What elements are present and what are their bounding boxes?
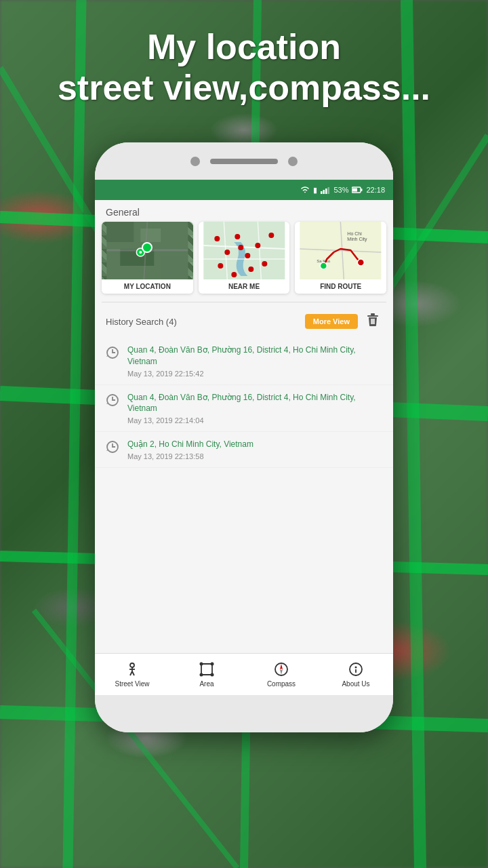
history-time-2: May 13, 2019 22:14:04: [127, 416, 382, 425]
svg-point-65: [211, 662, 214, 665]
history-clock-icon-3: [106, 440, 119, 457]
history-header: History Search (4) More View: [95, 302, 393, 338]
svg-rect-18: [106, 222, 134, 242]
svg-text:Minh City: Minh City: [348, 237, 368, 242]
svg-point-33: [235, 234, 240, 239]
nav-about-us-label: About Us: [342, 680, 369, 688]
near-me-map: [199, 222, 290, 279]
general-label: General: [95, 200, 393, 222]
bottom-nav: Street View Area: [95, 653, 393, 695]
history-address-1: Quan 4, Đoàn Văn Bơ, Phường 16, District…: [127, 344, 382, 368]
near-me-label: NEAR ME: [199, 279, 290, 294]
history-text-1: Quan 4, Đoàn Văn Bơ, Phường 16, District…: [127, 344, 382, 378]
find-route-label: FIND ROUTE: [295, 279, 386, 294]
svg-point-25: [139, 251, 142, 254]
wifi-icon: [300, 186, 310, 194]
history-text-2: Quan 4, Đoàn Văn Bơ, Phường 16, District…: [127, 392, 382, 425]
history-clock-icon-2: [106, 393, 119, 410]
svg-rect-63: [201, 664, 212, 675]
svg-point-48: [321, 262, 327, 269]
svg-point-67: [211, 673, 214, 676]
nav-about-us[interactable]: About Us: [319, 659, 393, 690]
svg-point-72: [355, 666, 357, 668]
svg-line-62: [132, 671, 134, 675]
about-us-icon: [348, 662, 363, 679]
history-time-3: May 13, 2019 22:13:58: [127, 452, 382, 460]
phone-frame: ▮ 53% 22:18 Gener: [95, 142, 393, 732]
map-cards-container: MY LOCATION: [95, 222, 393, 302]
svg-point-40: [268, 233, 274, 238]
app-title: My location street view,compass...: [0, 27, 488, 108]
history-clock-icon-1: [106, 346, 119, 363]
svg-point-37: [218, 263, 223, 269]
svg-point-36: [262, 261, 267, 267]
nav-street-view-label: Street View: [115, 680, 150, 688]
history-title: History Search (4): [106, 317, 300, 327]
phone-camera: [190, 157, 200, 166]
nav-area-label: Area: [199, 680, 214, 688]
svg-point-49: [358, 259, 365, 266]
svg-point-31: [214, 236, 220, 241]
svg-point-34: [245, 253, 250, 258]
svg-point-32: [224, 250, 230, 255]
history-item-1[interactable]: Quan 4, Đoàn Văn Bơ, Phường 16, District…: [95, 338, 393, 385]
svg-point-58: [130, 663, 134, 667]
find-route-map: Ho Chi Minh City Sa Kao: [295, 222, 386, 279]
phone-speaker: [210, 159, 278, 164]
svg-rect-15: [361, 189, 363, 191]
trash-icon: [366, 313, 380, 327]
signal-icon: [321, 186, 330, 194]
status-bar: ▮ 53% 22:18: [95, 180, 393, 200]
nav-area[interactable]: Area: [169, 659, 244, 690]
svg-point-64: [200, 662, 203, 665]
svg-point-39: [231, 272, 237, 277]
svg-rect-21: [161, 256, 188, 279]
history-time-1: May 13, 2019 22:15:42: [127, 370, 382, 378]
history-item-2[interactable]: Quan 4, Đoàn Văn Bơ, Phường 16, District…: [95, 385, 393, 433]
svg-rect-11: [323, 190, 325, 194]
svg-rect-50: [371, 313, 375, 315]
screen-content: General: [95, 200, 393, 653]
battery-icon: [352, 186, 363, 193]
svg-rect-16: [352, 189, 357, 192]
status-icons: ▮ 53% 22:18: [300, 186, 385, 195]
svg-rect-51: [367, 315, 378, 317]
my-location-label: MY LOCATION: [102, 279, 193, 294]
svg-rect-13: [328, 187, 330, 194]
my-location-map: [102, 222, 193, 279]
phone-camera-right: [288, 157, 298, 166]
history-address-2: Quan 4, Đoàn Văn Bơ, Phường 16, District…: [127, 392, 382, 415]
more-view-button[interactable]: More View: [305, 314, 358, 329]
phone-top-bar: [95, 142, 393, 180]
nav-street-view[interactable]: Street View: [95, 659, 169, 690]
svg-line-6: [407, 0, 420, 868]
svg-line-4: [68, 0, 81, 868]
phone-bottom-bar: [95, 695, 393, 732]
history-item-3[interactable]: Quận 2, Ho Chi Minh City, Vietnam May 13…: [95, 432, 393, 468]
svg-marker-70: [280, 669, 283, 675]
near-me-card[interactable]: NEAR ME: [199, 222, 290, 294]
sim-icon: ▮: [313, 186, 317, 195]
street-view-icon: [125, 662, 140, 679]
svg-marker-69: [280, 664, 283, 669]
battery-percent: 53%: [333, 186, 348, 194]
area-icon: [199, 662, 214, 679]
svg-point-38: [248, 267, 253, 272]
phone-screen: ▮ 53% 22:18 Gener: [95, 180, 393, 695]
delete-history-button[interactable]: [363, 311, 382, 332]
svg-point-35: [255, 243, 260, 248]
find-route-card[interactable]: Ho Chi Minh City Sa Kao: [295, 222, 386, 294]
nav-compass-label: Compass: [267, 680, 296, 688]
svg-rect-10: [321, 191, 323, 194]
my-location-card[interactable]: MY LOCATION: [102, 222, 193, 294]
svg-rect-19: [140, 229, 161, 242]
svg-rect-12: [325, 189, 327, 194]
compass-icon: [274, 662, 289, 679]
svg-point-41: [238, 245, 243, 250]
satellite-map: [102, 222, 193, 279]
history-text-3: Quận 2, Ho Chi Minh City, Vietnam May 13…: [127, 439, 382, 460]
history-address-3: Quận 2, Ho Chi Minh City, Vietnam: [127, 439, 382, 450]
time-display: 22:18: [366, 186, 385, 194]
svg-text:Ho Chi: Ho Chi: [348, 231, 363, 236]
nav-compass[interactable]: Compass: [244, 659, 319, 690]
